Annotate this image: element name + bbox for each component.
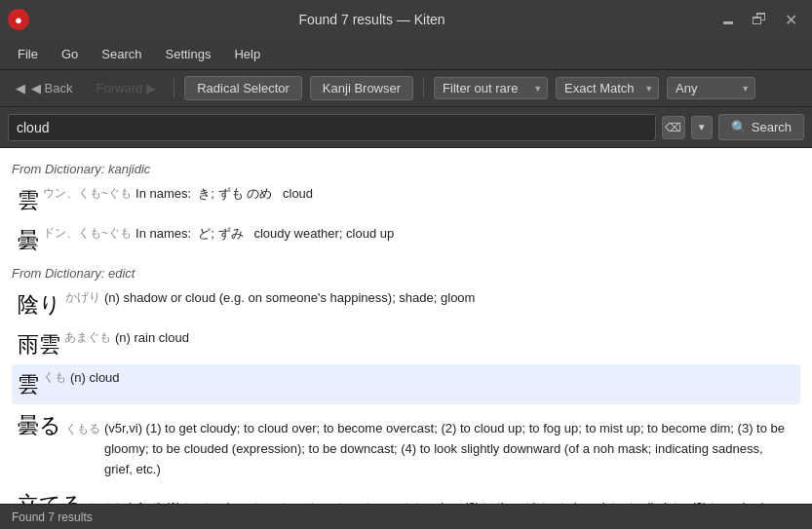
toolbar: ◀ ◀ Back Forward ▶ Radical Selector Kanj…	[0, 70, 812, 107]
search-button[interactable]: 🔍 Search	[718, 114, 804, 140]
search-input[interactable]	[8, 114, 656, 141]
reading-1: ドン、くも~ぐも	[43, 224, 132, 242]
match-select-wrapper: Exact Match Beginning Ending Anywhere	[556, 77, 659, 99]
forward-button[interactable]: Forward ▶	[89, 77, 165, 99]
filter-select-wrapper: Filter out rare No filter Filter common	[434, 77, 548, 99]
menu-settings[interactable]: Settings	[156, 43, 221, 65]
forward-arrow-icon: ▶	[146, 81, 156, 95]
filter-select[interactable]: Filter out rare No filter Filter common	[434, 77, 548, 99]
kanji-0: 雲	[18, 184, 39, 216]
app-icon: ●	[8, 9, 29, 30]
result-entry-6[interactable]: 立てる たてる (v1,vt) (1) to stand up; to put …	[12, 483, 800, 504]
minimize-button[interactable]: 🗕	[715, 6, 742, 33]
kanji-2: 陰り	[18, 288, 61, 321]
kanji-browser-button[interactable]: Kanji Browser	[310, 76, 413, 100]
definition-5: (v5r,vi) (1) to get cloudy; to cloud ove…	[104, 419, 794, 479]
result-entry-0[interactable]: 雲 ウン、くも~ぐも In names: き; ずも のめ cloud	[12, 180, 800, 220]
search-button-label: Search	[752, 120, 792, 134]
result-kanji-line-5: 曇る くもる (v5r,vi) (1) to get cloudy; to cl…	[18, 408, 794, 479]
result-entry-4[interactable]: 雲 くも (n) cloud	[12, 364, 800, 404]
lang-select[interactable]: Any Japanese English	[667, 77, 755, 99]
result-entry-2[interactable]: 陰り かげり (n) shadow or cloud (e.g. on some…	[12, 284, 800, 324]
kanji-1: 曇	[18, 224, 39, 256]
status-bar: Found 7 results	[0, 504, 812, 529]
app-icon-symbol: ●	[15, 13, 22, 27]
title-bar: ● Found 7 results — Kiten 🗕 🗗 ✕	[0, 0, 812, 39]
kanji-3: 雨雲	[18, 328, 60, 360]
lang-select-wrapper: Any Japanese English	[667, 77, 755, 99]
definition-1: In names: ど; ずみ cloudy weather; cloud up	[135, 224, 794, 244]
reading-0: ウン、くも~ぐも	[43, 184, 132, 202]
kanji-5: 曇る	[18, 408, 61, 442]
search-history-dropdown-button[interactable]: ▼	[691, 116, 713, 139]
menu-bar: File Go Search Settings Help	[0, 39, 812, 70]
search-icon: 🔍	[731, 120, 747, 134]
definition-4: (n) cloud	[70, 368, 794, 388]
forward-label: Forward	[97, 81, 143, 95]
title-bar-controls: 🗕 🗗 ✕	[715, 6, 804, 33]
result-kanji-line-6: 立てる たてる (v1,vt) (1) to stand up; to put …	[18, 487, 794, 504]
definition-3: (n) rain cloud	[115, 328, 794, 348]
back-button[interactable]: ◀ ◀ Back	[8, 77, 81, 99]
radical-selector-button[interactable]: Radical Selector	[184, 76, 302, 100]
menu-search[interactable]: Search	[92, 43, 151, 65]
result-entry-1[interactable]: 曇 ドン、くも~ぐも In names: ど; ずみ cloudy weathe…	[12, 220, 800, 260]
result-entry-5[interactable]: 曇る くもる (v5r,vi) (1) to get cloudy; to cl…	[12, 404, 800, 483]
title-bar-left: ●	[8, 9, 29, 30]
title-text: Found 7 results — Kiten	[298, 12, 445, 27]
toolbar-separator-2	[423, 78, 424, 99]
result-entry-3[interactable]: 雨雲 あまぐも (n) rain cloud	[12, 324, 800, 364]
reading-4: くも	[43, 368, 66, 386]
definition-2: (n) shadow or cloud (e.g. on someone's h…	[104, 288, 794, 308]
kanji-6: 立てる	[18, 487, 84, 504]
maximize-button[interactable]: 🗗	[746, 6, 773, 33]
back-label: ◀ Back	[31, 81, 73, 95]
results-area[interactable]: From Dictionary: kanjidic 雲 ウン、くも~ぐも In …	[0, 148, 812, 504]
clear-icon: ⌫	[665, 121, 681, 134]
toolbar-separator-1	[174, 78, 174, 99]
menu-go[interactable]: Go	[52, 43, 88, 65]
reading-2: かげり	[65, 288, 100, 306]
reading-5: くもる	[65, 420, 100, 438]
reading-3: あまぐも	[64, 328, 111, 346]
definition-0: In names: き; ずも のめ cloud	[135, 184, 794, 204]
kanji-4: 雲	[18, 368, 39, 400]
close-button[interactable]: ✕	[777, 6, 804, 33]
search-clear-button[interactable]: ⌫	[662, 116, 685, 139]
search-bar: ⌫ ▼ 🔍 Search	[0, 107, 812, 148]
menu-help[interactable]: Help	[224, 43, 270, 65]
status-text: Found 7 results	[12, 510, 93, 524]
menu-file[interactable]: File	[8, 43, 48, 65]
match-select[interactable]: Exact Match Beginning Ending Anywhere	[556, 77, 659, 99]
back-arrow-icon: ◀	[16, 81, 25, 95]
dropdown-arrow-icon: ▼	[697, 122, 707, 132]
dict-header-edict: From Dictionary: edict	[12, 266, 800, 281]
dict-header-kanjidic: From Dictionary: kanjidic	[12, 162, 800, 176]
